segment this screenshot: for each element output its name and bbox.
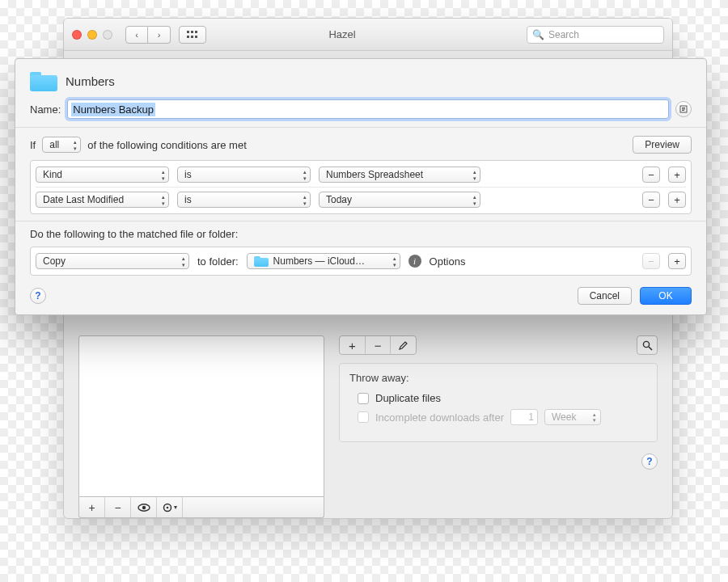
action-options-label[interactable]: Options [430,255,466,268]
action-verb-popup[interactable]: Copy ▴▾ [36,253,189,269]
incomplete-downloads-unit: Week ▴▾ [544,409,601,425]
action-to-label: to folder: [197,255,239,268]
action-remove-button: − [642,253,660,269]
add-folder-button[interactable]: + [79,497,105,517]
svg-point-7 [142,505,145,508]
window-controls [72,30,112,40]
minimize-window-button[interactable] [87,30,97,40]
condition-add-button[interactable]: + [668,167,686,183]
condition-op-popup[interactable]: is ▴▾ [177,167,311,183]
info-icon[interactable]: i [408,255,421,268]
rules-segmented: + − [339,335,417,355]
rule-name-input[interactable]: Numbers Backup [67,99,669,119]
condition-attr-popup[interactable]: Kind ▴▾ [36,167,169,183]
cancel-button[interactable]: Cancel [578,287,632,305]
condition-remove-button[interactable]: − [642,167,660,183]
action-target-popup[interactable]: Numbers — iCloud… ▴▾ [247,253,400,269]
window-title: Hazel [166,28,518,40]
window-titlebar: ‹ › Hazel 🔍 Search [64,19,672,51]
rules-panel: + − [339,335,658,518]
note-icon [679,105,688,113]
incomplete-downloads-value: 1 [510,409,538,425]
action-add-button[interactable]: + [668,253,686,269]
folder-icon [30,70,57,91]
condition-remove-button[interactable]: − [642,192,660,208]
duplicate-files-row[interactable]: Duplicate files [358,392,647,404]
svg-point-9 [166,506,168,508]
close-window-button[interactable] [72,30,82,40]
note-button[interactable] [675,101,692,117]
toolbar-search[interactable]: 🔍 Search [527,26,664,44]
throw-away-section: Throw away: Duplicate files Incomplete d… [339,363,658,442]
rules-search-button[interactable] [637,335,658,355]
condition-attr-popup[interactable]: Date Last Modified ▴▾ [36,192,169,208]
pencil-icon [399,341,408,350]
preview-button[interactable]: Preview [633,136,692,154]
folder-icon [254,255,269,267]
zoom-window-button[interactable] [103,30,112,40]
sheet-folder-title: Numbers [66,74,115,88]
folder-actions-menu[interactable] [157,497,183,517]
condition-add-button[interactable]: + [668,192,686,208]
name-label: Name: [30,103,61,116]
folders-list[interactable] [78,335,324,497]
search-placeholder: Search [548,29,579,40]
main-window-body: + − [64,335,672,518]
sheet-help-button[interactable]: ? [30,288,46,304]
actions-heading: Do the following to the matched file or … [30,228,692,240]
ok-button[interactable]: OK [640,287,692,305]
incomplete-downloads-row: Incomplete downloads after 1 Week ▴▾ [358,409,647,425]
seg-edit-button[interactable] [390,336,416,354]
conditions-if: If [30,139,36,151]
duplicate-files-label: Duplicate files [375,392,441,404]
condition-op-popup[interactable]: is ▴▾ [177,192,311,208]
conditions-scope-popup[interactable]: all ▴▾ [42,137,81,153]
seg-add-button[interactable]: + [340,336,365,354]
conditions-box: Kind ▴▾ is ▴▾ Numbers Spreadsheet ▴▾ − +… [30,160,692,214]
incomplete-downloads-label: Incomplete downloads after [375,411,504,424]
folders-panel: + − [78,335,324,518]
search-icon [642,340,653,351]
seg-remove-button[interactable]: − [365,336,391,354]
gear-icon [163,503,172,512]
nav-back-forward: ‹ › [125,26,171,44]
condition-value-popup[interactable]: Numbers Spreadsheet ▴▾ [319,167,480,183]
search-icon: 🔍 [532,29,544,40]
svg-line-11 [649,347,652,350]
rule-name-value: Numbers Backup [71,103,155,116]
action-row: Copy ▴▾ to folder: Numbers — iCloud… ▴▾ … [36,251,686,272]
actions-box: Copy ▴▾ to folder: Numbers — iCloud… ▴▾ … [30,247,692,276]
preview-eye-button[interactable] [131,497,157,517]
rule-editor-sheet: Numbers Name: Numbers Backup If all ▴▾ o… [15,58,707,315]
conditions-suffix: of the following conditions are met [87,139,247,151]
svg-point-10 [643,341,649,347]
eye-icon [138,504,150,512]
incomplete-downloads-checkbox [358,411,369,423]
folders-strip: + − [78,497,324,518]
condition-row: Date Last Modified ▴▾ is ▴▾ Today ▴▾ − + [36,187,686,210]
help-button[interactable]: ? [641,453,658,470]
duplicate-files-checkbox[interactable] [358,393,369,404]
nav-back-button[interactable]: ‹ [125,26,148,44]
condition-row: Kind ▴▾ is ▴▾ Numbers Spreadsheet ▴▾ − + [36,164,686,185]
condition-value-popup[interactable]: Today ▴▾ [319,192,480,208]
throw-away-heading: Throw away: [349,372,647,384]
remove-folder-button[interactable]: − [105,497,131,517]
